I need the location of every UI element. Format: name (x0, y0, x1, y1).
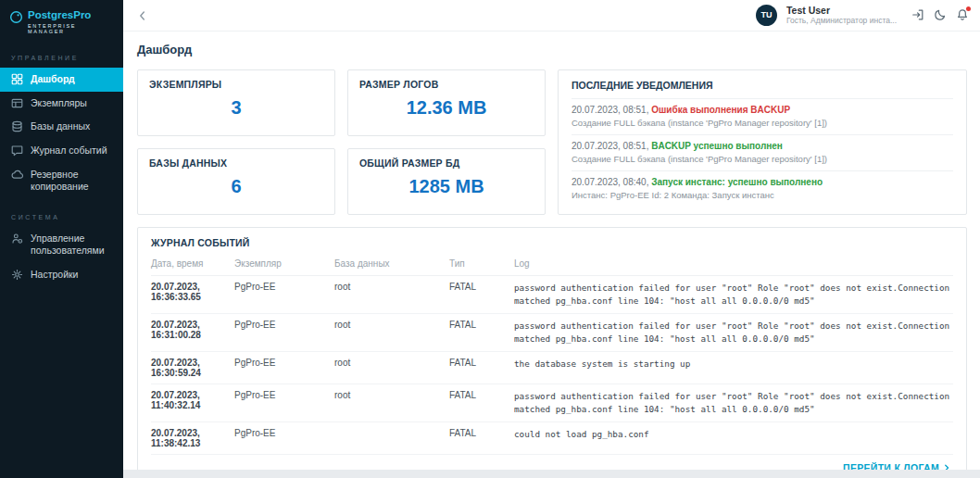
sidebar-item-label: Журнал событий (31, 145, 107, 157)
notifications-bell-icon[interactable] (956, 8, 969, 21)
cell-instance: PgPro-EE (234, 320, 329, 346)
sidebar-item-label: Экземпляры (31, 97, 87, 110)
stat-card-log-size: РАЗМЕР ЛОГОВ 12.36 MB (347, 69, 546, 136)
postgrespro-logo-icon (9, 10, 23, 24)
notification-item[interactable]: 20.07.2023, 08:51, Ошибка выполнения BAC… (572, 99, 953, 135)
top-bar: TU Test User Гость, Администратор инста.… (123, 0, 980, 31)
notification-detail: Создание FULL бэкапа (instance 'PgPro Ma… (572, 154, 953, 164)
avatar[interactable]: TU (756, 5, 777, 26)
cell-instance: PgPro-EE (234, 428, 329, 448)
go-to-logs-label: ПЕРЕЙТИ К ЛОГАМ (843, 462, 939, 470)
stat-value: 1285 MB (359, 176, 534, 197)
cell-datetime: 20.07.2023, 16:31:00.28 (151, 320, 229, 346)
sidebar-item-dashboard[interactable]: Дашборд (0, 68, 123, 92)
column-header-type: Тип (449, 258, 509, 269)
sidebar-item-databases[interactable]: Базы данных (0, 115, 123, 139)
cell-database: root (334, 320, 444, 346)
user-menu[interactable]: TU Test User Гость, Администратор инста.… (756, 5, 969, 27)
dark-mode-moon-icon[interactable] (934, 8, 947, 21)
sidebar-section-management: УПРАВЛЕНИЕ (0, 40, 123, 68)
instances-icon (11, 97, 23, 109)
stat-label: ЭКЗЕМПЛЯРЫ (149, 79, 323, 90)
sidebar-item-label: Настройки (31, 269, 79, 282)
table-row[interactable]: 20.07.2023, 11:40:32.14 PgPro-EE root FA… (151, 384, 953, 422)
table-row[interactable]: 20.07.2023, 16:31:00.28 PgPro-EE root FA… (151, 314, 953, 352)
cell-datetime: 20.07.2023, 16:36:33.65 (151, 282, 229, 308)
stat-value: 3 (149, 97, 323, 119)
stat-label: ОБЩИЙ РАЗМЕР БД (359, 157, 534, 169)
event-log-title: ЖУРНАЛ СОБЫТИЙ (151, 237, 953, 248)
cell-instance: PgPro-EE (234, 282, 329, 308)
cell-log: password authentication failed for user … (514, 390, 953, 416)
column-header-database: База данных (334, 258, 444, 269)
table-row[interactable]: 20.07.2023, 16:36:33.65 PgPro-EE root FA… (151, 276, 953, 314)
cell-datetime: 20.07.2023, 11:38:42.13 (151, 428, 229, 448)
stat-cards: ЭКЗЕМПЛЯРЫ 3 РАЗМЕР ЛОГОВ 12.36 MB ПОСЛЕ… (137, 69, 967, 215)
go-to-logs-link[interactable]: ПЕРЕЙТИ К ЛОГАМ (843, 462, 951, 470)
stat-value: 6 (149, 176, 323, 197)
content: Дашборд ЭКЗЕМПЛЯРЫ 3 РАЗМЕР ЛОГОВ 12.36 … (123, 31, 980, 470)
table-row[interactable]: 20.07.2023, 16:30:59.24 PgPro-EE root FA… (151, 352, 953, 384)
sidebar-item-instances[interactable]: Экземпляры (0, 92, 123, 116)
sidebar-item-user-management[interactable]: Управление пользователями (0, 227, 123, 263)
notification-detail: Создание FULL бэкапа (instance 'PgPro Ma… (572, 118, 953, 128)
brand-subtitle: ENTERPRISE MANAGER (28, 23, 116, 34)
users-icon (11, 233, 23, 245)
cell-database (334, 428, 444, 448)
settings-icon (11, 269, 23, 281)
databases-icon (11, 120, 23, 132)
sidebar-item-label: Дашборд (31, 73, 75, 86)
cell-instance: PgPro-EE (234, 358, 329, 378)
notification-time: 20.07.2023, 08:51, (572, 105, 648, 115)
chevron-right-icon (942, 463, 951, 470)
column-header-log: Log (514, 258, 953, 269)
notification-status: Запуск инстанс: успешно выполнено (651, 177, 823, 187)
brand-name: PostgresPro (28, 9, 116, 20)
logout-icon[interactable] (911, 8, 924, 21)
backup-icon (11, 169, 23, 181)
sidebar-item-label: Резервное копирование (31, 169, 116, 194)
cell-type: FATAL (449, 320, 509, 346)
cell-type: FATAL (449, 282, 509, 308)
notification-time: 20.07.2023, 08:51, (572, 141, 648, 151)
stat-value: 12.36 MB (359, 97, 534, 119)
page-title: Дашборд (137, 43, 967, 57)
sidebar-item-label: Базы данных (31, 120, 90, 133)
notification-status: Ошибка выполнения BACKUP (651, 105, 790, 115)
user-name: Test User (786, 5, 897, 17)
cell-type: FATAL (449, 390, 509, 416)
cell-database: root (334, 390, 444, 416)
cell-log: the database system is starting up (514, 358, 953, 378)
cell-database: root (334, 358, 444, 378)
cell-type: FATAL (449, 358, 509, 378)
cell-instance: PgPro-EE (234, 390, 329, 416)
sidebar-item-backup[interactable]: Резервное копирование (0, 163, 123, 199)
notification-status: BACKUP успешно выполнен (651, 141, 783, 151)
cell-datetime: 20.07.2023, 16:30:59.24 (151, 358, 229, 378)
brand-block: PostgresPro ENTERPRISE MANAGER (0, 0, 123, 40)
cell-log: could not load pg_hba.conf (514, 428, 953, 448)
main-area: TU Test User Гость, Администратор инста.… (123, 0, 980, 478)
notifications-panel: ПОСЛЕДНИЕ УВЕДОМЛЕНИЯ 20.07.2023, 08:51,… (558, 69, 967, 215)
cell-database: root (334, 282, 444, 308)
table-row[interactable]: 20.07.2023, 11:38:42.13 PgPro-EE FATAL c… (151, 422, 953, 455)
notifications-title: ПОСЛЕДНИЕ УВЕДОМЛЕНИЯ (572, 80, 953, 99)
sidebar: PostgresPro ENTERPRISE MANAGER УПРАВЛЕНИ… (0, 0, 123, 478)
dashboard-icon (11, 73, 23, 85)
notification-item[interactable]: 20.07.2023, 08:51, BACKUP успешно выполн… (572, 135, 953, 171)
notification-time: 20.07.2023, 08:40, (572, 177, 648, 187)
notification-detail: Инстанс: PgPro-EE Id: 2 Команда: Запуск … (572, 190, 953, 200)
notification-item[interactable]: 20.07.2023, 08:40, Запуск инстанс: успеш… (572, 171, 953, 207)
sidebar-item-label: Управление пользователями (31, 233, 116, 258)
stat-label: БАЗЫ ДАННЫХ (149, 157, 323, 169)
event-log-table-header: Дата, время Экземпляр База данных Тип Lo… (151, 256, 953, 276)
column-header-datetime: Дата, время (151, 258, 229, 269)
back-icon[interactable] (136, 9, 149, 22)
footer-strip (123, 470, 980, 478)
sidebar-item-event-log[interactable]: Журнал событий (0, 139, 123, 163)
cell-log: password authentication failed for user … (514, 320, 953, 346)
user-role: Гость, Администратор инста... (786, 16, 897, 26)
sidebar-item-settings[interactable]: Настройки (0, 263, 123, 287)
stat-card-instances: ЭКЗЕМПЛЯРЫ 3 (137, 69, 335, 136)
stat-card-total-db-size: ОБЩИЙ РАЗМЕР БД 1285 MB (347, 148, 546, 215)
